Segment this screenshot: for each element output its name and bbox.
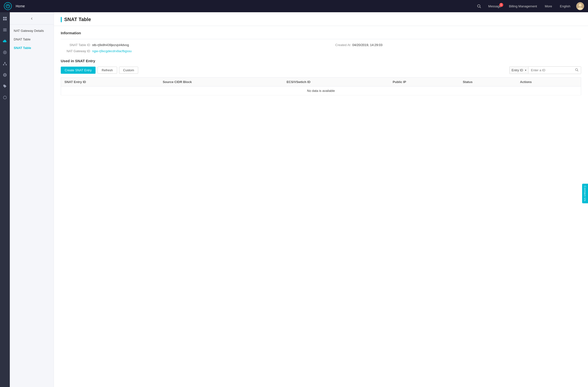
snat-table-id-label: SNAT Table ID xyxy=(61,43,90,47)
topnav: Home Message 1 Billing Management More E… xyxy=(0,0,588,12)
created-at-value: 04/20/2019, 14:29:03 xyxy=(352,43,382,47)
information-title: Information xyxy=(61,31,581,35)
language-selector[interactable]: English xyxy=(558,4,572,8)
col-source-cidr: Source CIDR Block xyxy=(159,78,283,86)
filter-input[interactable] xyxy=(528,67,573,74)
svg-rect-10 xyxy=(3,29,7,29)
col-actions: Actions xyxy=(517,78,581,86)
information-section: Information SNAT Table ID stb-rj9x8h439j… xyxy=(54,26,588,59)
svg-rect-6 xyxy=(3,17,5,18)
header-accent-bar xyxy=(61,17,62,22)
circle-icon[interactable] xyxy=(1,49,8,56)
back-chevron-icon: ‹ xyxy=(31,15,33,21)
nat-gateway-id-row: NAT Gateway ID ngw-rj9xcgdecdrx8acfbgssu xyxy=(61,49,321,53)
refresh-button[interactable]: Refresh xyxy=(98,67,117,74)
svg-line-18 xyxy=(4,63,5,64)
more-link[interactable]: More xyxy=(543,4,554,8)
logo-icon[interactable] xyxy=(4,2,12,10)
billing-link[interactable]: Billing Management xyxy=(507,4,539,8)
svg-point-23 xyxy=(3,96,7,99)
page-title: SNAT Table xyxy=(64,17,91,22)
snat-entry-section: Used in SNAT Entry Create SNAT Entry Ref… xyxy=(54,59,588,100)
info-grid: SNAT Table ID stb-rj9x8h439jezvjol4dvog … xyxy=(61,43,581,53)
svg-point-13 xyxy=(3,51,7,54)
user-avatar[interactable] xyxy=(576,2,584,10)
svg-rect-12 xyxy=(3,31,7,31)
svg-rect-9 xyxy=(5,19,7,20)
col-snat-entry-id: SNAT Entry ID xyxy=(61,78,160,86)
created-at-label: Created At xyxy=(321,43,350,47)
nat-gateway-id-label: NAT Gateway ID xyxy=(61,49,90,53)
create-snat-entry-button[interactable]: Create SNAT Entry xyxy=(61,67,96,74)
sidebar-item-dnat-table[interactable]: DNAT Table xyxy=(10,35,54,44)
col-status: Status xyxy=(459,78,517,86)
list-icon[interactable] xyxy=(1,26,8,33)
no-data-row: No data is available xyxy=(61,86,581,95)
svg-rect-8 xyxy=(3,19,5,20)
sidebar: ‹ NAT Gateway Details DNAT Table SNAT Ta… xyxy=(10,12,54,387)
svg-line-19 xyxy=(5,63,6,64)
globe-icon[interactable] xyxy=(1,72,8,78)
svg-rect-11 xyxy=(3,30,7,30)
filter-search-button[interactable] xyxy=(573,67,581,74)
svg-point-0 xyxy=(6,4,10,8)
snat-entry-table: SNAT Entry ID Source CIDR Block ECS/VSwt… xyxy=(61,77,581,95)
filter-type-label: Entry ID xyxy=(512,68,523,72)
contact-us-tab[interactable]: Contact Us xyxy=(582,184,588,203)
dropdown-chevron-icon: ▾ xyxy=(525,69,526,72)
sidebar-item-snat-table[interactable]: SNAT Table xyxy=(10,44,54,52)
filter-type-selector[interactable]: Entry ID ▾ xyxy=(510,67,528,74)
table-body: No data is available xyxy=(61,86,581,95)
col-ecs-vswitch: ECS/VSwtich ID xyxy=(283,78,389,86)
svg-line-2 xyxy=(480,7,481,8)
snat-table-id-value: stb-rj9x8h439jezvjol4dvog xyxy=(92,43,129,47)
message-badge: 1 xyxy=(499,3,503,7)
home-link[interactable]: Home xyxy=(16,4,25,8)
svg-point-17 xyxy=(6,64,7,65)
table-header: SNAT Entry ID Source CIDR Block ECS/VSwt… xyxy=(61,78,581,86)
sidebar-item-nat-gateway-details[interactable]: NAT Gateway Details xyxy=(10,26,54,35)
content-area: SNAT Table Information SNAT Table ID stb… xyxy=(54,12,588,387)
tag-icon[interactable] xyxy=(1,83,8,90)
snat-table-id-row: SNAT Table ID stb-rj9x8h439jezvjol4dvog xyxy=(61,43,321,47)
search-icon[interactable] xyxy=(476,3,483,10)
svg-line-25 xyxy=(577,71,578,72)
section-divider xyxy=(61,39,581,39)
dot-icon[interactable] xyxy=(1,94,8,101)
svg-point-15 xyxy=(4,62,6,63)
created-at-row: Created At 04/20/2019, 14:29:03 xyxy=(321,43,581,47)
sidebar-nav: NAT Gateway Details DNAT Table SNAT Tabl… xyxy=(10,24,54,387)
snat-entry-title: Used in SNAT Entry xyxy=(61,59,581,63)
svg-rect-7 xyxy=(5,17,7,18)
contact-us-label: Contact Us xyxy=(584,186,587,201)
filter-group: Entry ID ▾ xyxy=(509,66,581,74)
svg-point-24 xyxy=(575,69,578,71)
apps-icon[interactable] xyxy=(1,15,8,22)
toolbar: Create SNAT Entry Refresh Custom Entry I… xyxy=(61,66,581,74)
svg-point-4 xyxy=(579,4,582,7)
no-data-message: No data is available xyxy=(61,86,581,95)
custom-button[interactable]: Custom xyxy=(119,67,138,74)
message-link[interactable]: Message 1 xyxy=(486,4,503,8)
page-header: SNAT Table xyxy=(54,12,588,26)
nat-gateway-id-value[interactable]: ngw-rj9xcgdecdrx8acfbgssu xyxy=(92,49,132,53)
svg-point-1 xyxy=(478,5,480,7)
main-layout: ‹ NAT Gateway Details DNAT Table SNAT Ta… xyxy=(0,12,588,387)
svg-point-14 xyxy=(4,52,5,53)
nodes-icon[interactable] xyxy=(1,60,8,67)
sidebar-back-button[interactable]: ‹ xyxy=(10,12,54,24)
cloud-icon[interactable] xyxy=(1,38,8,45)
icon-bar xyxy=(0,12,10,387)
svg-point-16 xyxy=(3,64,4,65)
col-public-ip: Public IP xyxy=(389,78,459,86)
